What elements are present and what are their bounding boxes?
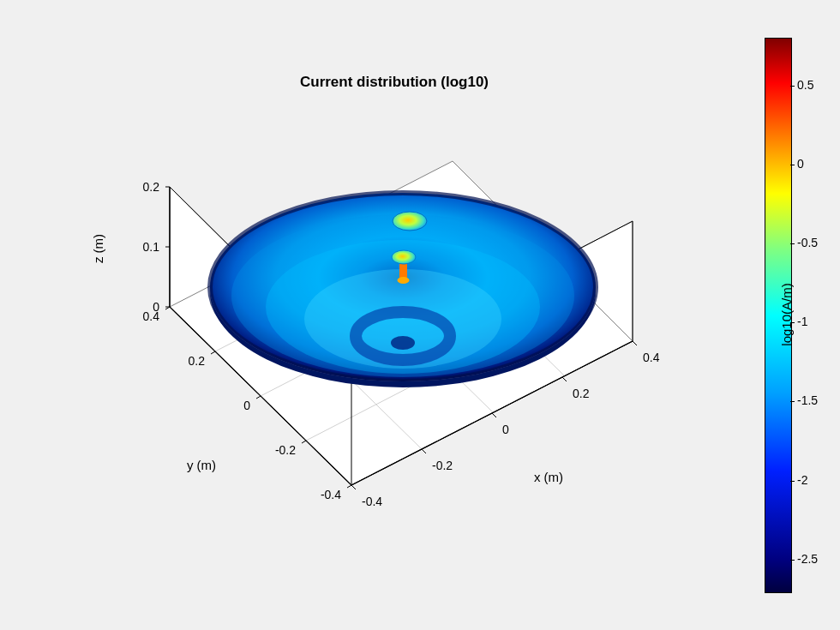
cb-tick-0: -2.5 — [797, 552, 818, 566]
y-axis-label: y (m) — [187, 458, 216, 472]
x-tick-1: -0.2 — [432, 459, 453, 472]
y-tick-2: 0 — [243, 399, 250, 412]
svg-line-32 — [256, 396, 261, 399]
svg-line-39 — [633, 341, 637, 345]
svg-point-23 — [393, 212, 427, 231]
svg-line-31 — [211, 351, 215, 354]
cb-tick-2: -1.5 — [797, 393, 818, 407]
z-axis-ticks: 0 0.1 0.2 — [143, 180, 170, 314]
svg-point-22 — [392, 250, 416, 264]
cb-tick-6: 0.5 — [797, 78, 813, 92]
svg-point-19 — [391, 336, 415, 350]
axes-3d-svg: 0 0.1 0.2 z (m) 0.4 0.2 0 -0.2 -0.4 — [103, 94, 703, 540]
plot-title: Current distribution (log10) — [223, 74, 566, 91]
z-tick-2: 0.2 — [143, 180, 160, 194]
z-tick-1: 0.1 — [143, 240, 160, 254]
y-tick-3: 0.2 — [189, 354, 206, 368]
svg-line-38 — [562, 377, 567, 381]
svg-point-17 — [304, 269, 501, 369]
colorbar-ticks: 0.5 0 -0.5 -1 -1.5 -2 -2.5 — [790, 38, 833, 591]
cb-tick-1: -2 — [797, 473, 807, 487]
x-tick-2: 0 — [502, 423, 509, 436]
svg-line-37 — [492, 413, 496, 417]
svg-line-35 — [351, 485, 356, 489]
y-tick-4: 0.4 — [143, 309, 160, 323]
y-tick-1: -0.2 — [275, 443, 296, 457]
svg-line-36 — [422, 449, 426, 453]
cb-tick-5: 0 — [797, 157, 804, 171]
figure-window: Current distribution (log10) — [0, 0, 840, 630]
subreflector — [392, 250, 416, 264]
svg-line-33 — [302, 441, 306, 443]
x-tick-3: 0.2 — [573, 387, 590, 400]
x-axis-label: x (m) — [534, 470, 563, 484]
svg-line-34 — [347, 485, 351, 488]
feed-aperture — [393, 212, 427, 231]
colorbar-label: log10(A/m) — [779, 283, 794, 345]
z-axis-label: z (m) — [91, 234, 105, 263]
cb-tick-3: -1 — [797, 315, 807, 328]
x-tick-0: -0.4 — [362, 495, 382, 508]
cb-tick-4: -0.5 — [797, 236, 818, 249]
axes-3d[interactable]: 0 0.1 0.2 z (m) 0.4 0.2 0 -0.2 -0.4 — [103, 94, 703, 540]
colorbar[interactable]: 0.5 0 -0.5 -1 -1.5 -2 -2.5 log10(A/m) — [765, 38, 790, 591]
svg-point-21 — [398, 277, 410, 284]
x-tick-4: 0.4 — [643, 351, 660, 364]
y-tick-0: -0.4 — [321, 488, 341, 501]
